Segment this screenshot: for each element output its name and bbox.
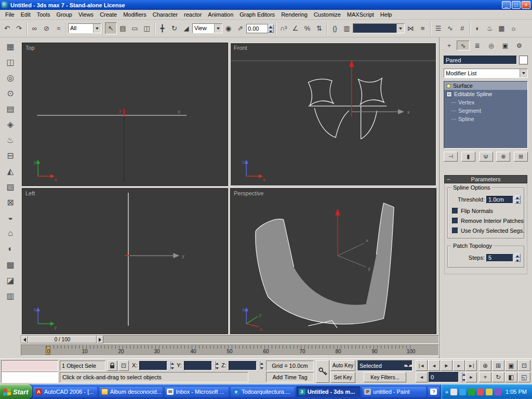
zoom-extents-all-button[interactable]: ⊡	[518, 360, 530, 371]
tray-icon-2[interactable]	[459, 389, 466, 395]
spline-object[interactable]	[308, 78, 387, 139]
maximize-button[interactable]: □	[512, 1, 521, 9]
time-slider-track[interactable]: 0 / 100	[21, 335, 439, 344]
menu-reactor[interactable]: reactor	[181, 10, 205, 19]
pin-stack-button[interactable]: ⊣	[444, 152, 458, 162]
dropdown-arrow-icon[interactable]	[396, 24, 404, 33]
x-spinner[interactable]	[167, 361, 173, 369]
reactor-tool-1[interactable]: ▦	[3, 39, 18, 53]
flip-normals-checkbox[interactable]	[452, 208, 458, 214]
menu-group[interactable]: Group	[53, 10, 75, 19]
minimize-button[interactable]: _	[502, 1, 511, 9]
viewport-front[interactable]: Front x z	[230, 43, 436, 186]
key-filters-button[interactable]: Key Filters...	[364, 372, 406, 382]
taskbar-item-paint[interactable]: P untitled - Paint	[362, 386, 427, 397]
select-by-name-button[interactable]: ▤	[117, 22, 129, 34]
select-and-rotate-button[interactable]: ↻	[168, 22, 180, 34]
reactor-tool-15[interactable]: ▩	[3, 258, 18, 271]
rollout-collapse-icon[interactable]: −	[447, 176, 450, 183]
menu-edit[interactable]: Edit	[18, 10, 34, 19]
viewport-left-canvas[interactable]: y z y	[22, 189, 228, 334]
modifier-list-dropdown[interactable]: Modifier List	[444, 69, 528, 78]
configure-modifier-sets-button[interactable]: ⊞	[514, 152, 528, 162]
transform-gizmo[interactable]	[335, 208, 366, 267]
viewport-front-label[interactable]: Front	[234, 45, 247, 51]
spinner-snap-button[interactable]: ⇅	[313, 22, 325, 34]
render-scene-button[interactable]: ♨	[484, 22, 496, 34]
menu-animation[interactable]: Animation	[205, 10, 236, 19]
selection-region-button[interactable]: ▭	[129, 22, 141, 34]
select-and-link-button[interactable]: ∞	[29, 22, 41, 34]
reference-coordsys-dropdown[interactable]: View	[192, 23, 222, 33]
pan-button[interactable]: +	[479, 372, 491, 382]
stack-item-spline[interactable]: Spline	[444, 115, 527, 123]
select-and-manipulate-button[interactable]: ⇗	[234, 22, 246, 34]
menu-views[interactable]: Views	[75, 10, 97, 19]
viewport-perspective[interactable]: Perspective x y	[230, 188, 436, 334]
taskbar-item-autocad[interactable]: A AutoCAD 2006 - [...	[33, 386, 98, 397]
taskbar-item-help[interactable]: ?	[428, 386, 440, 397]
remove-interior-patches-checkbox[interactable]	[452, 218, 458, 224]
mirror-button[interactable]: ⋈	[405, 22, 417, 34]
percent-snap-button[interactable]: %	[301, 22, 313, 34]
named-selections-dropdown[interactable]	[353, 23, 405, 33]
maxscript-mini-listener-macro[interactable]	[1, 360, 58, 371]
key-mode-dropdown[interactable]: Selected	[357, 360, 413, 371]
menu-modifiers[interactable]: Modifiers	[120, 10, 150, 19]
menu-help[interactable]: Help	[377, 10, 395, 19]
menu-file[interactable]: File	[2, 10, 18, 19]
menu-customize[interactable]: Customize	[311, 10, 344, 19]
viewport-top[interactable]: Top y x y x	[22, 43, 228, 186]
taskbar-clock[interactable]: 1:05 PM	[506, 389, 527, 395]
menu-tools[interactable]: Tools	[34, 10, 54, 19]
render-type-button[interactable]: ▦	[496, 22, 508, 34]
dropdown-arrow-icon[interactable]	[214, 24, 222, 33]
close-button[interactable]: ×	[522, 1, 530, 9]
reactor-tool-14[interactable]: ◐	[3, 242, 18, 256]
next-frame-arrow[interactable]	[97, 336, 103, 343]
select-and-move-button[interactable]: ╋	[156, 22, 168, 34]
steps-spinner[interactable]	[515, 254, 521, 262]
stack-item-segment[interactable]: Segment	[444, 107, 527, 115]
y-spinner[interactable]	[212, 361, 218, 369]
stack-item-editable-spline[interactable]: − Editable Spline	[444, 90, 527, 98]
start-button[interactable]: Start	[0, 384, 32, 399]
dropdown-arrow-icon[interactable]	[93, 24, 101, 33]
undo-button[interactable]: ↶	[1, 22, 13, 34]
create-tab-icon[interactable]: +	[443, 41, 456, 50]
next-key-button[interactable]: ►	[466, 372, 477, 382]
stack-item-surface[interactable]: Surface	[444, 82, 527, 90]
go-to-start-button[interactable]: |◄	[416, 360, 428, 371]
dropdown-arrow-icon[interactable]	[404, 365, 412, 367]
reactor-tool-6[interactable]: ◈	[3, 117, 18, 131]
viewport-perspective-label[interactable]: Perspective	[234, 190, 263, 196]
viewport-left[interactable]: Left y z y	[22, 188, 228, 334]
modifier-stack[interactable]: Surface − Editable Spline Vertex Segment…	[444, 81, 528, 149]
unlink-selection-button[interactable]: ⊘	[41, 22, 52, 34]
tray-icon-5[interactable]	[486, 389, 493, 395]
window-crossing-toggle[interactable]: ◫	[141, 22, 153, 34]
taskbar-item-inbox[interactable]: ✉ Inbox - Microsoft ...	[164, 386, 229, 397]
region-zoom-button[interactable]: ◧	[505, 372, 517, 382]
selection-filter-dropdown[interactable]: All	[68, 23, 101, 33]
x-coordinate-field[interactable]	[139, 361, 167, 370]
motion-tab-icon[interactable]: ◎	[485, 41, 498, 50]
modify-tab-icon[interactable]: ∿	[457, 41, 470, 50]
remove-modifier-button[interactable]: ⊗	[496, 152, 510, 162]
set-keys-button[interactable]	[316, 360, 329, 383]
next-frame-button[interactable]: ►	[453, 360, 465, 371]
reactor-tool-17[interactable]: ▥	[3, 289, 18, 302]
align-button[interactable]: ≡	[417, 22, 429, 34]
go-to-end-button[interactable]: ►|	[466, 360, 477, 371]
menu-character[interactable]: Character	[150, 10, 181, 19]
viewport-top-label[interactable]: Top	[25, 45, 35, 51]
add-time-tag[interactable]: Add Time Tag	[266, 372, 314, 382]
zoom-all-button[interactable]: ⊞	[492, 360, 504, 371]
reactor-tool-16[interactable]: ◪	[3, 273, 18, 287]
curve-editor-button[interactable]: ∿	[444, 22, 456, 34]
transform-gizmo[interactable]	[125, 253, 179, 258]
menu-create[interactable]: Create	[97, 10, 120, 19]
previous-frame-arrow[interactable]	[21, 336, 28, 343]
transform-gizmo[interactable]	[349, 60, 404, 117]
object-color-swatch[interactable]	[519, 56, 528, 64]
